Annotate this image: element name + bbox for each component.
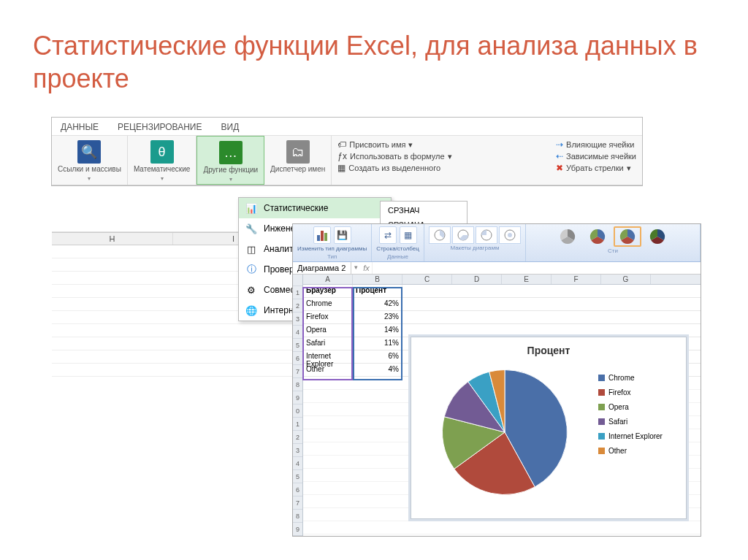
col-head-g[interactable]: G [601,275,651,284]
row-head-14[interactable]: 4 [293,457,302,470]
data-cell[interactable]: Internet Explorer [303,350,353,363]
lookup-icon: 🔍 [77,140,101,164]
data-cell[interactable]: Other [303,364,353,376]
chart-title: Процент [411,337,686,359]
create-from-selection-btn[interactable]: ▦Создать из выделенного [337,162,451,174]
row-head-5[interactable]: 5 [293,339,302,352]
legend-swatch [598,375,605,381]
embedded-chart[interactable]: Процент ChromeFirefoxOperaSafariInternet… [411,337,687,519]
chart-style-2[interactable] [584,226,611,247]
globe-icon: 🌐 [245,304,258,317]
col-head-a[interactable]: A [303,275,353,284]
slide-title: Статистические функции Excel, для анализ… [0,0,748,110]
legend-item: Safari [598,418,682,426]
menu-statistical[interactable]: 📊Статистические▸ [239,198,391,218]
row-head-7[interactable]: 7 [293,365,302,378]
chart-style-3[interactable] [614,226,641,247]
col-head-d[interactable]: D [452,275,502,284]
legend-item: Chrome [598,374,682,382]
data-cell[interactable]: 42% [353,298,402,310]
ribbon-tab-view[interactable]: ВИД [221,122,240,132]
row-head-18[interactable]: 8 [293,510,302,523]
data-cell[interactable]: 23% [353,311,402,323]
row-head-15[interactable]: 5 [293,470,302,483]
header-cell[interactable]: Процент [353,285,402,297]
chart-style-1[interactable] [554,226,581,247]
select-data-btn[interactable]: ▦ [400,226,417,244]
dropdown-icon[interactable]: ▾ [351,262,361,274]
chart-layout-3[interactable] [476,226,497,244]
fx-icon: ƒx [337,151,347,161]
chart-layout-2[interactable] [452,226,474,244]
row-head-16[interactable]: 6 [293,483,302,496]
ribbon-group-lookup[interactable]: 🔍 Ссылки и массивы▾ [52,136,128,185]
trace-precedents-btn[interactable]: ⇢Влияющие ячейки [556,139,636,150]
ribbon-group-math[interactable]: θ Математические▾ [128,136,197,185]
header-cell[interactable]: Браузер [303,285,353,297]
row-head-10[interactable]: 0 [293,404,302,418]
col-head-h[interactable]: H [52,233,173,245]
name-manager-icon: 🗂 [286,140,310,164]
fx-label: fx [361,262,373,274]
row-head-13[interactable]: 3 [293,444,302,457]
ribbon-tab-data[interactable]: ДАННЫЕ [61,122,99,132]
theta-icon: θ [150,140,174,164]
data-cell[interactable]: 11% [353,337,402,350]
row-head-2[interactable]: 2 [293,299,302,312]
legend-label: Opera [608,403,629,411]
row-head-1[interactable]: 1 [293,286,302,299]
row-head-9[interactable]: 9 [293,391,302,404]
data-cell[interactable]: Chrome [303,298,353,310]
use-in-formula-btn[interactable]: ƒxИспользовать в формуле ▾ [337,150,451,162]
col-head-e[interactable]: E [502,275,552,284]
change-chart-type-btn[interactable] [313,226,331,244]
trace-in-icon: ⇢ [556,139,563,150]
legend-item: Internet Explorer [598,432,682,440]
legend-label: Safari [608,418,627,426]
more-icon: … [219,141,243,164]
row-head-12[interactable]: 2 [293,431,302,444]
chart-layout-1[interactable] [429,226,451,244]
ribbon-screenshot: ДАННЫЕ РЕЦЕНЗИРОВАНИЕ ВИД 🔍 Ссылки и мас… [51,117,643,186]
legend-swatch [598,448,605,454]
legend-label: Other [608,447,627,455]
grid-icon: ▦ [337,163,346,173]
save-template-btn[interactable]: 💾 [334,226,351,244]
legend-swatch [598,389,605,396]
trace-dependents-btn[interactable]: ⇠Зависимые ячейки [556,150,636,162]
data-cell[interactable]: Safari [303,337,353,350]
ribbon-group-name-manager[interactable]: 🗂 Диспетчер имен [264,136,332,185]
name-box[interactable]: Диаграмма 2 [293,262,351,274]
data-cell[interactable]: Firefox [303,311,353,323]
chart-layout-4[interactable] [499,226,521,244]
row-head-19[interactable]: 9 [293,523,302,536]
trace-out-icon: ⇠ [556,151,563,161]
bar-chart-icon: 📊 [245,202,258,215]
row-head-8[interactable]: 8 [293,378,302,391]
data-cell[interactable]: 4% [353,364,402,376]
data-cell[interactable]: 6% [353,350,402,363]
submenu-srznach[interactable]: СРЗНАЧ [381,203,467,218]
col-head-f[interactable]: F [552,275,601,284]
row-head-4[interactable]: 4 [293,326,302,339]
chart-legend: ChromeFirefoxOperaSafariInternet Explore… [598,359,686,505]
row-head-11[interactable]: 1 [293,418,302,431]
chart-style-4[interactable] [644,226,671,247]
col-head-c[interactable]: C [402,275,452,284]
ribbon-tab-review[interactable]: РЕЦЕНЗИРОВАНИЕ [118,122,202,132]
legend-label: Firefox [608,388,631,396]
info-icon: ⓘ [245,263,258,276]
formula-bar[interactable] [373,262,701,274]
row-head-6[interactable]: 6 [293,352,302,365]
row-head-17[interactable]: 7 [293,496,302,510]
switch-row-col-btn[interactable]: ⇄ [379,226,397,244]
ribbon-group-more-functions[interactable]: … Другие функции▾ [196,136,264,185]
row-head-3[interactable]: 3 [293,312,302,326]
remove-arrows-btn[interactable]: ✖Убрать стрелки ▾ [556,162,636,174]
col-head-b[interactable]: B [353,275,402,284]
legend-swatch [598,433,605,440]
data-cell[interactable]: Opera [303,324,353,337]
legend-item: Other [598,447,682,455]
data-cell[interactable]: 14% [353,324,402,337]
define-name-btn[interactable]: 🏷Присвоить имя ▾ [337,139,451,150]
